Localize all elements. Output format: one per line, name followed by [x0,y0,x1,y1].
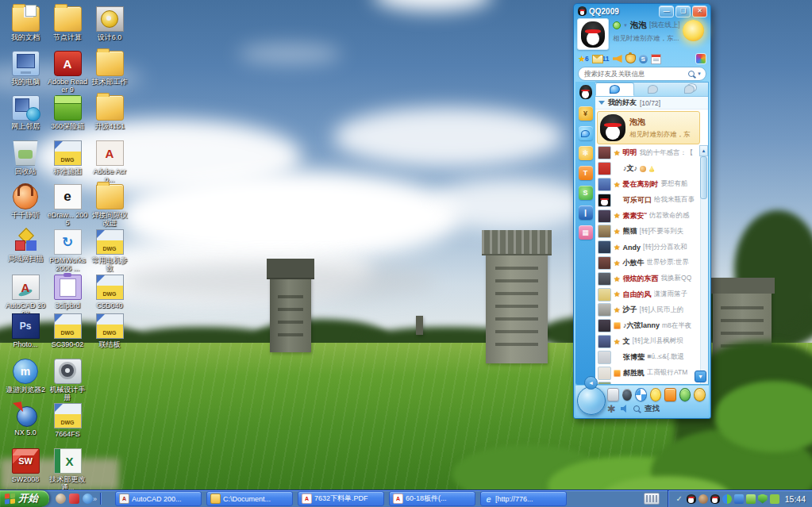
friend-row[interactable]: ★ Andy [转]分分喜欢和 [595,240,708,255]
recent-contacts-tab[interactable] [671,83,708,96]
desktop-icon-network[interactable]: 网上邻居 [5,95,46,130]
friend-row[interactable]: ★ ☆傻～é～篁 野蛮女友 [595,381,708,384]
mail-icon[interactable]: 11 [592,55,610,63]
search-icon[interactable] [688,71,695,77]
main-menu-orb[interactable]: ◄ [577,386,606,415]
desktop-icon-folder[interactable]: 节点计算 [47,6,88,41]
friend-row[interactable]: ★ 自由的风 潇潇雨落子 [595,286,708,302]
soso-icon[interactable]: S [579,186,593,200]
friend-row[interactable]: ★ 文 [转]龙川县枫树坝 [595,334,708,350]
friend-row[interactable]: ♪六弦lanny m8在半夜 [595,318,708,334]
wallet-bag-icon[interactable] [625,54,636,63]
star-icon[interactable]: ★6 [578,55,589,63]
check-icon[interactable]: ✓ [675,494,684,504]
360-taiji-icon[interactable] [722,494,732,504]
friend-row[interactable]: ★ 沙子 [转]人民币上的 [595,302,708,318]
desktop-icon-autocad[interactable]: A AutoCAD 2008 [5,275,46,317]
search-dropdown-icon[interactable]: ▼ [697,71,702,76]
desktop-icon-ttplayer[interactable]: 千千静听 [5,184,46,219]
desktop-icon-recycle-bin[interactable]: 回收站 [5,140,46,175]
user-nickname[interactable]: 泡泡 [630,20,647,31]
horn-icon[interactable] [613,55,622,63]
friend-row[interactable]: ★ 明明 我的十年感言：【 [595,145,708,161]
qq-profile-icon[interactable] [579,85,592,101]
photo-album-icon[interactable]: ▦ [579,225,593,240]
task-button[interactable]: C:\Document... [206,491,293,506]
selected-friend-card[interactable]: 泡泡 相见时难别亦难，东 [597,111,700,144]
maximize-icon[interactable]: ❑ [675,6,691,17]
input-method-keyboard-icon[interactable] [644,493,660,505]
user-avatar[interactable] [577,18,609,50]
qq-title-bar[interactable]: QQ2009 —❑✕ [574,4,710,17]
search-input[interactable] [583,69,686,79]
calendar-icon[interactable] [651,54,661,64]
qq-icon-2[interactable] [710,494,720,504]
desktop-icon-photoshop[interactable]: Ps Photo... [5,313,46,348]
desktop-icon-folder[interactable]: 升级4151 [89,95,130,130]
tencent-friend-icon[interactable]: T [579,166,593,180]
desktop-icon-adobe-reader[interactable]: A Adobe Reader 9 [47,51,88,94]
desktop-icon-dwg[interactable]: DWG 标准施图 [47,140,88,175]
desktop-icon-lan-scan[interactable]: 局域网扫描 [5,229,46,263]
qq-browser-icon[interactable] [635,388,647,401]
desktop-icon-dwg[interactable]: DWG 7664FS [47,403,88,438]
friend-row[interactable]: ★ 爱在离别时 要想有船 [595,177,708,193]
friend-row[interactable]: 可乐可口 给我来瓶百事 [595,192,708,208]
tray-clock[interactable]: 15:44 [785,494,806,504]
coin-icon[interactable] [694,388,706,401]
desktop-icon-excel[interactable]: X 技术部更改通... [47,448,88,491]
task-button[interactable]: A60-18板件(... [389,491,475,506]
scroll-up-button[interactable]: ▲ [699,145,708,156]
friend-row[interactable]: ★ 素素安˜ 仿若致命的感 [595,208,708,224]
desktop-icon-acrobat[interactable]: A Adobe Acro... [89,140,130,183]
friend-row[interactable]: ♪文♪ [595,161,708,177]
browser-tray-icon[interactable] [698,494,708,504]
game-icon[interactable] [650,388,662,401]
desktop-icon-my-computer[interactable]: 我的电脑 [5,51,46,86]
collapse-panel-icon[interactable]: ◄ [584,376,598,390]
ie-quick-icon[interactable] [83,494,93,504]
desktop-icon-design-app[interactable]: 设计6.0 [89,6,130,41]
media-quick-icon[interactable] [69,494,79,504]
messenger-icon[interactable] [734,494,744,504]
browser-quick-icon[interactable] [56,494,66,504]
user-signature[interactable]: 相见时难别亦难，东... [613,34,680,44]
mailbox-icon[interactable] [664,388,676,401]
task-button[interactable]: AAutoCAD 200... [115,491,202,506]
desktop-icon-dwg[interactable]: DWG SC390-02 [47,313,88,348]
friend-row[interactable]: ★ 很炫的东西 我换新QQ [595,271,708,286]
skin-icon[interactable] [695,53,706,64]
task-button[interactable]: e[http://776... [480,491,567,506]
speaker-icon[interactable] [621,405,629,413]
desktop-icon-browser[interactable]: m 遨游浏览器2 [5,359,46,394]
find-label[interactable]: 查找 [645,404,660,414]
qq-coin-icon[interactable]: S [639,55,648,63]
minimize-icon[interactable]: — [659,6,674,17]
find-icon[interactable] [633,405,640,412]
qzone-flower-icon[interactable]: ✻ [579,146,593,160]
desktop-icon-handbook[interactable]: 机械设计手册 [47,359,88,401]
friend-group-header[interactable]: 我的好友 [10/72] [595,97,708,109]
desktop-icon-nx[interactable]: NX 5.0 [5,403,46,436]
online-status-icon[interactable] [613,21,621,29]
member-icon[interactable] [622,389,633,401]
more-chevron-icon[interactable]: » [93,495,97,503]
close-icon[interactable]: ✕ [692,6,707,17]
volume-icon[interactable] [770,494,779,504]
qzone-globe-icon[interactable] [679,388,691,401]
desktop-icon-dwg[interactable]: DWG C5D040 [89,275,130,309]
qq-reader-icon[interactable]: ❙ [579,205,593,220]
desktop-icon-folder[interactable]: 技术部工作 [89,51,130,86]
task-button[interactable]: A7632下料单.PDF [298,491,384,506]
desktop-icon-dwg[interactable]: DWG 常用电机参数 [89,229,130,272]
scrollbar-thumb[interactable] [700,156,707,199]
status-dropdown-icon[interactable]: ▼ [623,23,628,28]
desktop-icon-edraw[interactable]: e eDraw... 2005 [47,184,88,227]
desktop-icon-safe-360[interactable]: 360保险箱 [47,95,88,130]
desktop-icon-clipboard[interactable]: 3clipbrd [47,275,88,309]
scroll-down-button[interactable]: ▼ [695,371,706,382]
settings-gear-icon[interactable]: ✱ [607,404,616,414]
desktop-icon-pdmworks[interactable]: ↻ PDMWorks 2006 ... [47,229,88,272]
desktop-icon-dwg[interactable]: DWG 联结板 [89,313,130,348]
netcard-icon[interactable] [746,494,756,504]
